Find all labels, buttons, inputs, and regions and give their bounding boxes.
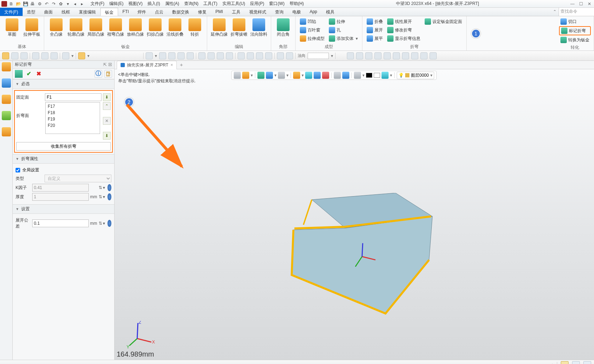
qat-redo-icon[interactable]: ↷ [51,1,57,7]
vt-back-icon[interactable] [234,72,241,79]
ok-button[interactable]: ✔ [25,70,33,78]
global-setting-checkbox[interactable] [16,168,20,172]
btn-louver[interactable]: 百叶窗 [298,26,326,34]
qat-open-icon[interactable]: 📂 [16,1,21,7]
btn-line-fold[interactable]: 沿线折叠 [166,18,184,37]
btn-extrude[interactable]: 拉伸 [327,18,359,25]
qat-save-icon[interactable]: 💾 [23,1,28,7]
menu-window[interactable]: 窗口(W) [267,0,286,7]
status-view3-icon[interactable] [583,361,591,364]
menu-util[interactable]: 实用工具(U) [220,0,248,7]
list-item[interactable]: F17 [46,103,99,110]
sel-mode-icon[interactable] [2,52,9,59]
sel-filter-icon[interactable] [32,52,39,59]
btn-full-flange[interactable]: 全凸缘 [47,18,65,37]
tab-pmi[interactable]: PMI [211,8,227,16]
btn-close-corner[interactable]: 闭合角 [274,18,292,37]
draw-rect-icon[interactable] [411,52,418,59]
qat-new-icon[interactable]: 🗎 [8,1,14,7]
vt-section-icon[interactable] [293,72,300,79]
tab-sheetmetal[interactable]: 钣金 [100,8,118,16]
tb-ic-6[interactable] [198,52,205,59]
status-expand-icon[interactable]: ▴ [551,362,553,364]
add-tab-icon[interactable]: ＋ [179,62,184,68]
thick-gear-icon[interactable] [107,193,111,200]
status-view1-icon[interactable] [561,361,569,364]
btn-fold[interactable]: 折叠 [365,18,384,25]
btn-normal-cut[interactable]: 法向除料 [250,18,268,37]
vt-color-swatch2[interactable] [374,73,380,78]
k-gear-icon[interactable] [107,184,111,191]
tab-surface[interactable]: 曲面 [40,8,57,16]
qat-print-icon[interactable]: 🖶 [30,1,35,7]
draw-line-icon[interactable] [356,52,363,59]
help-button[interactable]: ⍰ [104,70,112,78]
btn-flatten[interactable]: 展平 [365,35,384,42]
collect-all-bends-button[interactable]: 收集所有折弯 [16,142,111,151]
section-properties[interactable]: 折弯属性 [13,154,114,164]
tol-input[interactable] [32,219,89,227]
tb-ic-13[interactable] [265,52,272,59]
tol-gear-icon[interactable] [107,220,111,227]
btn-extrude-flat[interactable]: 拉伸平板 [23,18,41,37]
sel-filter2-icon[interactable] [62,52,69,59]
view-icon[interactable] [2,78,11,88]
btn-extend-flange[interactable]: 延伸凸缘 [210,18,228,37]
btn-fold-flange[interactable]: 褶弯凸缘 [106,18,125,37]
draw-circ-icon[interactable] [402,52,409,59]
vt-fit-icon[interactable] [342,72,349,79]
qat-undo-icon[interactable]: ↶ [44,1,50,7]
sel-add-icon[interactable] [11,52,18,59]
tb-ic-1[interactable] [146,52,153,59]
btn-add-body[interactable]: 添加实体▾ [327,35,359,42]
list-item[interactable]: F20 [46,122,99,129]
qat-gear-icon[interactable]: ✿ [58,1,64,7]
panel-pin-icon[interactable]: ⇱ [103,62,107,67]
sel-face-icon[interactable] [78,52,85,59]
sel-sub-icon[interactable] [21,52,28,59]
qat-cfg-icon[interactable]: ⚙ [37,1,42,7]
close-button[interactable]: ✕ [586,1,593,6]
btn-turn-fold[interactable]: 转折 [186,18,204,37]
tb-ic-4[interactable] [177,52,185,59]
menu-query[interactable]: 查询(N) [182,0,201,7]
vt-globe-icon[interactable] [305,72,312,79]
draw-pl-icon[interactable] [430,52,437,59]
tab-wire[interactable]: 线框 [57,8,75,16]
tab-pointcloud[interactable]: 点云 [151,8,168,16]
doc-tab[interactable]: 抽壳实体-展开.Z3PRT × [117,61,177,69]
vt-frame-icon[interactable] [334,72,341,79]
btn-show-bend-info[interactable]: 显示折弯信息 [386,35,422,42]
bend-face-list[interactable]: F17 F18 F19 F20 [45,102,100,134]
sel-all-icon[interactable] [41,52,48,59]
list-item[interactable]: F18 [46,110,99,116]
tb-ic-10[interactable] [238,52,245,59]
vt-layer-icon[interactable] [382,72,389,79]
menu-edit[interactable]: 编辑(E) [107,0,126,7]
btn-set-fixed-face[interactable]: 设定钣金固定面 [423,18,464,25]
btn-local-flange[interactable]: 局部凸缘 [87,18,105,37]
qat-prev-icon[interactable]: ◂ [72,1,78,7]
vt-home-icon[interactable] [242,72,249,79]
btn-cut[interactable]: 切口 [559,18,591,25]
draw-arrow-icon[interactable] [347,52,354,59]
draw-pt-icon[interactable] [420,52,427,59]
vt-color-swatch[interactable] [366,73,372,78]
ribbon-collapse-icon[interactable]: ⌃ [551,8,559,16]
tb-ic-12[interactable] [256,52,263,59]
tab-repair[interactable]: 修复 [194,8,211,16]
tab-query[interactable]: 查询 [271,8,288,16]
menu-view[interactable]: 视图(V) [126,0,145,7]
tab-shape[interactable]: 造型 [23,8,40,16]
tab-file[interactable]: 文件(F) [0,8,23,16]
btn-profile-flange[interactable]: 轮廓凸缘 [67,18,85,37]
menu-file[interactable]: 文件(F) [88,0,106,7]
btn-bend-draft[interactable]: 折弯拔锥 [230,18,248,37]
tb-ic-2[interactable] [159,52,166,59]
draw-arc-icon[interactable] [365,52,372,59]
tab-mold[interactable]: 模具 [322,8,339,16]
tab-visual[interactable]: 视觉样式 [245,8,271,16]
menu-app[interactable]: 应用(P) [248,0,266,7]
info-button[interactable]: ⓘ [94,70,102,78]
image-icon[interactable] [2,111,11,120]
